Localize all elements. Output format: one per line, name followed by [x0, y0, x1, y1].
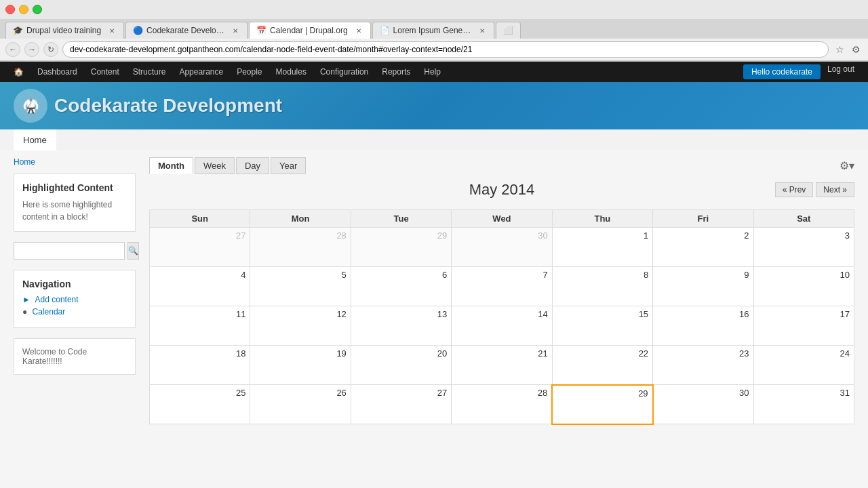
calendar-day-header-mon: Mon: [250, 210, 351, 228]
admin-item-5[interactable]: People: [230, 62, 269, 82]
calendar-day-15[interactable]: 15: [552, 306, 652, 346]
search-button[interactable]: 🔍: [127, 242, 139, 260]
close-window-btn[interactable]: [5, 5, 15, 14]
view-tab-day[interactable]: Day: [236, 157, 269, 174]
calendar-day-27-other[interactable]: 27: [150, 228, 250, 267]
calendar-day-8[interactable]: 8: [552, 267, 652, 306]
maximize-window-btn[interactable]: [33, 5, 42, 14]
main-nav: Home: [0, 129, 868, 150]
day-number: 22: [557, 348, 648, 359]
calendar-day-5[interactable]: 5: [250, 267, 351, 306]
calendar-day-16[interactable]: 16: [653, 306, 753, 346]
forward-button[interactable]: →: [24, 42, 39, 57]
prev-month-button[interactable]: « Prev: [775, 182, 814, 197]
bullet-icon: ●: [22, 307, 27, 317]
calendar-day-22[interactable]: 22: [552, 346, 652, 385]
calendar-day-19[interactable]: 19: [250, 346, 351, 385]
admin-item-8[interactable]: Reports: [375, 62, 417, 82]
day-number: 10: [758, 270, 850, 280]
admin-item-9[interactable]: Help: [417, 62, 448, 82]
calendar-day-28-other[interactable]: 28: [250, 228, 351, 267]
calendar-day-29-other[interactable]: 29: [351, 228, 451, 267]
calendar-day-31[interactable]: 31: [753, 385, 854, 424]
calendar-day-9[interactable]: 9: [653, 267, 753, 306]
browser-tab-t2[interactable]: 🔵Codekarate Develop...✕: [125, 22, 248, 39]
highlighted-content-block: Highlighted Content Here is some highlig…: [14, 174, 136, 232]
admin-item-3[interactable]: Structure: [126, 62, 173, 82]
site-logo: 🥋: [14, 89, 47, 123]
view-tab-month[interactable]: Month: [149, 157, 193, 174]
view-tab-week[interactable]: Week: [195, 157, 235, 174]
admin-item-4[interactable]: Appearance: [172, 62, 230, 82]
calendar-day-3[interactable]: 3: [753, 228, 854, 267]
day-number: 20: [355, 348, 447, 359]
welcome-text: Welcome to Code Karate!!!!!!!: [22, 347, 127, 366]
calendar-day-29[interactable]: 29: [552, 385, 652, 424]
breadcrumb-home-link[interactable]: Home: [14, 157, 35, 167]
settings-icon[interactable]: ⚙: [849, 43, 863, 56]
day-number: 1: [557, 230, 648, 241]
calendar-day-2[interactable]: 2: [653, 228, 753, 267]
calendar-day-30[interactable]: 30: [653, 385, 753, 424]
calendar-link[interactable]: Calendar: [33, 307, 66, 317]
browser-tab-t1[interactable]: 🎓Drupal video training✕: [5, 22, 124, 39]
calendar-day-11[interactable]: 11: [150, 306, 250, 346]
month-title: May 2014: [149, 181, 854, 199]
day-number: 3: [758, 230, 850, 241]
logout-btn[interactable]: Log out: [821, 64, 861, 79]
calendar-day-26[interactable]: 26: [250, 385, 351, 424]
breadcrumb: Home: [14, 157, 136, 167]
calendar-day-14[interactable]: 14: [452, 306, 552, 346]
admin-item-0[interactable]: 🏠: [7, 62, 31, 82]
new-tab-btn[interactable]: ⬜: [496, 22, 521, 39]
view-tab-year[interactable]: Year: [271, 157, 306, 174]
calendar-day-24[interactable]: 24: [753, 346, 854, 385]
calendar-day-4[interactable]: 4: [150, 267, 250, 306]
welcome-block: Welcome to Code Karate!!!!!!!: [14, 338, 136, 375]
day-number: 13: [355, 309, 447, 319]
calendar-day-25[interactable]: 25: [150, 385, 250, 424]
arrow-icon: ►: [22, 295, 31, 304]
calendar-day-12[interactable]: 12: [250, 306, 351, 346]
calendar-day-1[interactable]: 1: [552, 228, 652, 267]
calendar-day-20[interactable]: 20: [351, 346, 451, 385]
calendar-day-30-other[interactable]: 30: [452, 228, 552, 267]
main-nav-home[interactable]: Home: [14, 129, 56, 150]
day-number: 27: [154, 230, 245, 241]
day-number: 9: [657, 270, 749, 280]
hello-user-btn[interactable]: Hello codekarate: [743, 64, 821, 79]
calendar-day-28[interactable]: 28: [452, 385, 552, 424]
admin-item-2[interactable]: Content: [84, 62, 126, 82]
add-content-link[interactable]: Add content: [35, 295, 79, 304]
next-month-button[interactable]: Next »: [816, 182, 854, 197]
back-button[interactable]: ←: [5, 42, 20, 57]
search-input[interactable]: [14, 242, 125, 260]
calendar-day-6[interactable]: 6: [351, 267, 451, 306]
day-number: 4: [154, 270, 245, 280]
url-input[interactable]: [62, 41, 829, 58]
refresh-button[interactable]: ↻: [43, 42, 58, 57]
calendar-day-7[interactable]: 7: [452, 267, 552, 306]
admin-item-6[interactable]: Modules: [269, 62, 313, 82]
minimize-window-btn[interactable]: [19, 5, 28, 14]
calendar-day-27[interactable]: 27: [351, 385, 451, 424]
calendar-day-21[interactable]: 21: [452, 346, 552, 385]
browser-tab-t3[interactable]: 📅Calendar | Drupal.org✕: [249, 22, 371, 39]
calendar-header: May 2014 « Prev Next »: [149, 181, 854, 199]
calendar-day-10[interactable]: 10: [753, 267, 854, 306]
highlighted-content-title: Highlighted Content: [22, 182, 127, 193]
calendar-day-18[interactable]: 18: [150, 346, 250, 385]
day-number: 30: [658, 388, 749, 398]
admin-item-7[interactable]: Configuration: [313, 62, 375, 82]
calendar-settings-gear[interactable]: ⚙▾: [840, 159, 854, 172]
day-number: 5: [254, 270, 346, 280]
calendar-week-2: 11121314151617: [150, 306, 854, 346]
calendar-day-13[interactable]: 13: [351, 306, 451, 346]
calendar-day-23[interactable]: 23: [653, 346, 753, 385]
admin-item-1[interactable]: Dashboard: [31, 62, 84, 82]
day-number: 18: [154, 348, 245, 359]
browser-tab-t4[interactable]: 📄Lorem Ipsum Generat...✕: [372, 22, 494, 39]
bookmark-icon[interactable]: ☆: [833, 43, 846, 56]
calendar-day-17[interactable]: 17: [753, 306, 854, 346]
calendar-week-3: 18192021222324: [150, 346, 854, 385]
